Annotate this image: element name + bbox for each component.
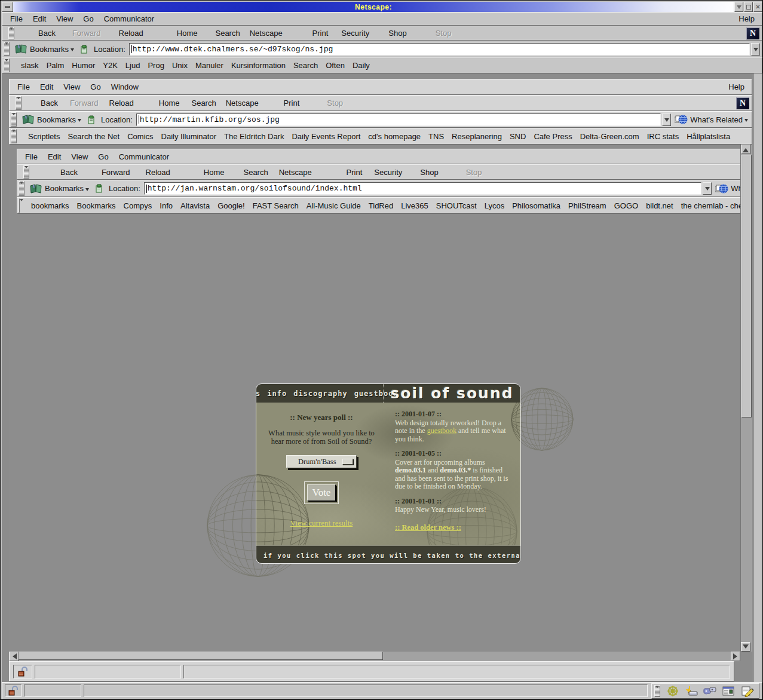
window-menu-button[interactable]: [2, 2, 13, 12]
location-icon[interactable]: [80, 45, 88, 54]
menu-item[interactable]: Communicator: [104, 14, 155, 23]
url-input[interactable]: http://www.dtek.chalmers.se/~d97skog/ns.…: [129, 43, 750, 56]
mailbox-icon[interactable]: [684, 685, 698, 697]
personal-bookmark-item[interactable]: Unix: [172, 61, 188, 70]
menu-item[interactable]: Edit: [40, 82, 53, 91]
personal-bookmark-item[interactable]: Often: [326, 61, 345, 70]
bookmark-item[interactable]: IRC stats: [647, 132, 679, 141]
scroll-up-button[interactable]: [741, 145, 750, 154]
soil-nav-link[interactable]: news: [256, 389, 261, 398]
bookmark-item[interactable]: Altavista: [180, 201, 210, 210]
l2-netscape-logo[interactable]: N: [736, 97, 749, 109]
menu-item[interactable]: View: [56, 14, 73, 23]
toolbar-button[interactable]: Netscape: [226, 99, 259, 108]
window-maximize-button[interactable]: [744, 2, 753, 12]
toolbar-button[interactable]: Forward: [102, 168, 130, 177]
menu-item[interactable]: Go: [83, 14, 93, 23]
bookmark-item[interactable]: Hållplatslista: [687, 132, 730, 141]
window-titlebar[interactable]: Netscape: ✕: [2, 2, 762, 12]
bookmarks-icon[interactable]: [14, 44, 27, 54]
discussions-icon[interactable]: [703, 685, 717, 697]
soil-nav-link[interactable]: info: [267, 389, 287, 398]
bookmarks-icon[interactable]: [29, 184, 42, 194]
component-bar-grip[interactable]: [654, 685, 660, 697]
toolbar-grip[interactable]: [8, 27, 14, 39]
bookmark-item[interactable]: Reseplanering: [452, 132, 502, 141]
scroll-down-button[interactable]: [741, 642, 750, 652]
bookmark-item[interactable]: Daily Illuminator: [161, 132, 216, 141]
poll-style-select[interactable]: Drum'n'Bass: [286, 455, 357, 468]
toolbar-button[interactable]: Back: [38, 29, 56, 38]
toolbar-button[interactable]: Stop: [327, 99, 343, 108]
bookmark-item[interactable]: the chemlab - chemlab radio stats: [681, 201, 740, 210]
l2-url-dropdown-button[interactable]: [662, 113, 671, 126]
toolbar-button[interactable]: Search: [243, 168, 268, 177]
bookmark-item[interactable]: Philosomatika: [512, 201, 560, 210]
bookmarks-button[interactable]: Bookmarks: [30, 45, 69, 54]
personal-bookmark-item[interactable]: Y2K: [103, 61, 118, 70]
location-bar-grip[interactable]: [4, 42, 10, 56]
menu-item[interactable]: Window: [111, 82, 139, 91]
menu-item[interactable]: Communicator: [119, 152, 170, 161]
toolbar-button[interactable]: Stop: [466, 168, 482, 177]
read-older-news-link[interactable]: :: Read older news ::: [395, 524, 461, 532]
menu-help[interactable]: Help: [739, 14, 755, 23]
toolbar-button[interactable]: Stop: [436, 29, 452, 38]
url-dropdown-button[interactable]: [751, 43, 760, 56]
scroll-left-button[interactable]: [9, 652, 19, 661]
window-shade-button[interactable]: [734, 2, 743, 12]
personal-toolbar-grip[interactable]: [4, 59, 10, 72]
l2-bookmark-grip[interactable]: [11, 129, 17, 143]
bookmark-item[interactable]: The Eldritch Dark: [224, 132, 284, 141]
bookmark-item[interactable]: bookmarks: [31, 201, 69, 210]
personal-bookmark-item[interactable]: Search: [293, 61, 318, 70]
l3-whats-related-button[interactable]: What's Related: [715, 183, 740, 194]
soil-nav-link[interactable]: discography: [293, 389, 347, 398]
personal-bookmark-item[interactable]: slask: [21, 61, 39, 70]
toolbar-button[interactable]: Netscape: [279, 168, 312, 177]
bookmark-item[interactable]: Compys: [124, 201, 152, 210]
bookmark-item[interactable]: Live365: [401, 201, 428, 210]
toolbar-button[interactable]: Print: [347, 168, 363, 177]
toolbar-button[interactable]: Search: [191, 99, 216, 108]
personal-bookmark-item[interactable]: Manuler: [195, 61, 223, 70]
toolbar-button[interactable]: Shop: [388, 29, 406, 38]
personal-bookmark-item[interactable]: Ljud: [125, 61, 140, 70]
toolbar-button[interactable]: Security: [374, 168, 402, 177]
menu-item[interactable]: View: [63, 82, 80, 91]
scrollbar-thumb[interactable]: [19, 652, 383, 660]
toolbar-button[interactable]: Home: [159, 99, 180, 108]
bookmark-item[interactable]: All-Music Guide: [307, 201, 361, 210]
l2-whats-related-button[interactable]: What's Related: [675, 114, 748, 125]
toolbar-button[interactable]: Print: [312, 29, 329, 38]
bookmark-item[interactable]: Lycos: [485, 201, 504, 210]
l2-security-lock[interactable]: [13, 665, 32, 678]
l3-url-dropdown-button[interactable]: [703, 182, 712, 195]
toolbar-button[interactable]: Home: [177, 29, 198, 38]
bookmark-item[interactable]: Cafe Press: [534, 132, 572, 141]
menu-item[interactable]: Go: [90, 82, 100, 91]
bookmark-item[interactable]: cd's homepage: [368, 132, 421, 141]
l3-bookmark-grip[interactable]: [19, 198, 20, 213]
composer-icon[interactable]: [740, 685, 754, 697]
view-results-link[interactable]: View current results: [256, 518, 387, 528]
bookmark-item[interactable]: TidRed: [369, 201, 393, 210]
personal-bookmark-item[interactable]: Daily: [353, 61, 370, 70]
l2-horizontal-scrollbar[interactable]: [9, 652, 740, 661]
bookmark-item[interactable]: Bookmarks: [77, 201, 116, 210]
toolbar-button[interactable]: Security: [341, 29, 369, 38]
l2-location-grip[interactable]: [11, 112, 17, 127]
bookmark-item[interactable]: Daily Events Report: [292, 132, 360, 141]
personal-bookmark-item[interactable]: Prog: [148, 61, 164, 70]
l2-toolbar-grip[interactable]: [16, 96, 22, 110]
toolbar-button[interactable]: Reload: [109, 99, 134, 108]
l3-url-input[interactable]: http://jan.warnstam.org/soilofsound/inde…: [144, 182, 701, 195]
bookmark-item[interactable]: PhilStream: [568, 201, 606, 210]
window-close-button[interactable]: ✕: [753, 2, 762, 12]
l2-vertical-scrollbar[interactable]: [740, 145, 752, 652]
netscape-logo[interactable]: N: [746, 27, 759, 39]
location-icon[interactable]: [95, 184, 103, 193]
bookmark-item[interactable]: SND: [510, 132, 526, 141]
toolbar-button[interactable]: Shop: [420, 168, 438, 177]
toolbar-button[interactable]: Print: [284, 99, 300, 108]
